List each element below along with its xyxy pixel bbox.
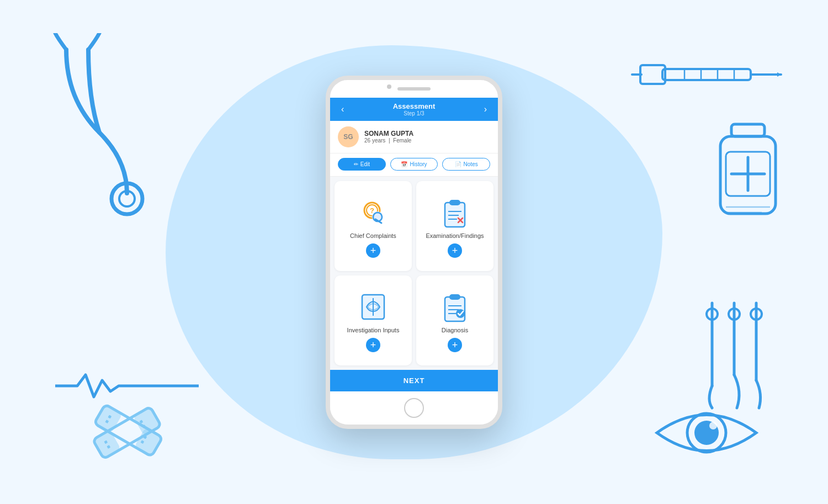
document-icon: 📄 xyxy=(455,161,461,167)
svg-rect-11 xyxy=(134,427,162,457)
patient-info: SONAM GUPTA 26 years | Female xyxy=(364,130,490,144)
phone-camera xyxy=(387,84,391,89)
svg-point-40 xyxy=(709,422,717,429)
edit-label: Edit xyxy=(360,161,370,167)
phone-screen: ‹ Assessment Step 1/3 › SG SONAM GUPTA 2… xyxy=(330,98,498,391)
prev-button[interactable]: ‹ xyxy=(338,103,347,115)
edit-button[interactable]: ✏ Edit xyxy=(338,158,386,171)
medicine-bottle-icon xyxy=(712,121,784,234)
svg-rect-18 xyxy=(662,69,751,80)
examination-findings-label: Examination/Findings xyxy=(426,232,484,239)
home-button[interactable] xyxy=(404,398,424,418)
eye-medical-icon xyxy=(651,391,762,476)
investigation-inputs-card[interactable]: Investigation Inputs + xyxy=(335,275,412,365)
investigation-inputs-label: Investigation Inputs xyxy=(347,327,400,333)
avatar: SG xyxy=(338,126,359,147)
notes-label: Notes xyxy=(464,161,478,167)
svg-rect-25 xyxy=(731,124,765,136)
svg-rect-48 xyxy=(449,200,460,205)
phone-top-bar xyxy=(330,80,498,98)
diagnosis-add-button[interactable]: + xyxy=(448,338,462,352)
investigation-inputs-add-button[interactable]: + xyxy=(366,338,380,352)
diagnosis-icon xyxy=(439,291,470,322)
assessment-grid: ? Chief Complaints + xyxy=(330,177,498,370)
chief-complaints-card[interactable]: ? Chief Complaints + xyxy=(335,181,412,271)
diagnosis-card[interactable]: Diagnosis + xyxy=(416,275,493,365)
examination-findings-icon xyxy=(439,197,470,228)
history-button[interactable]: 📅 History xyxy=(390,158,438,171)
investigation-inputs-icon xyxy=(358,291,389,322)
svg-rect-10 xyxy=(94,404,123,433)
notes-button[interactable]: 📄 Notes xyxy=(442,158,490,171)
action-buttons: ✏ Edit 📅 History 📄 Notes xyxy=(330,153,498,177)
phone-speaker xyxy=(397,87,431,91)
header-step: Step 1/3 xyxy=(404,110,424,116)
chief-complaints-add-button[interactable]: + xyxy=(366,243,380,258)
chief-complaints-icon: ? xyxy=(358,197,389,228)
svg-rect-3 xyxy=(93,430,121,459)
bandaid-icon xyxy=(83,397,171,471)
svg-marker-17 xyxy=(777,72,781,77)
phone-body: ‹ Assessment Step 1/3 › SG SONAM GUPTA 2… xyxy=(326,76,502,429)
patient-name: SONAM GUPTA xyxy=(364,130,490,137)
screen-header: ‹ Assessment Step 1/3 › xyxy=(330,98,498,121)
patient-section: SG SONAM GUPTA 26 years | Female xyxy=(330,121,498,153)
svg-rect-57 xyxy=(449,294,460,300)
patient-details: 26 years | Female xyxy=(364,137,490,144)
phone-bottom-bar xyxy=(330,391,498,425)
diagnosis-label: Diagnosis xyxy=(442,327,468,333)
chief-complaints-label: Chief Complaints xyxy=(350,232,396,239)
pencil-icon: ✏ xyxy=(354,161,358,167)
examination-findings-card[interactable]: Examination/Findings + xyxy=(416,181,493,271)
history-label: History xyxy=(410,161,427,167)
phone-frame: ‹ Assessment Step 1/3 › SG SONAM GUPTA 2… xyxy=(326,76,502,429)
next-step-button[interactable]: NEXT xyxy=(330,370,498,391)
next-button[interactable]: › xyxy=(481,103,490,115)
header-title: Assessment xyxy=(393,102,436,110)
calendar-icon: 📅 xyxy=(401,161,407,167)
syringe-icon xyxy=(629,55,784,96)
stethoscope-icon xyxy=(28,33,149,223)
examination-findings-add-button[interactable]: + xyxy=(448,243,462,258)
